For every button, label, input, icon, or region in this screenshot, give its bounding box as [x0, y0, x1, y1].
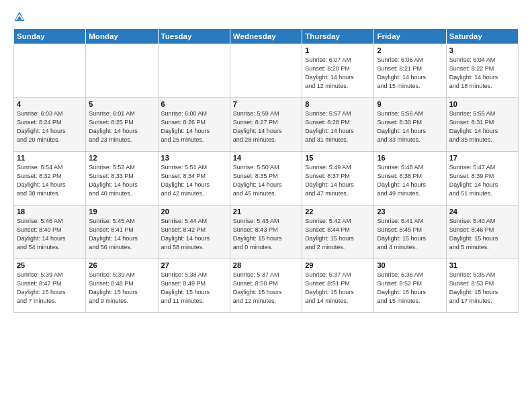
calendar-cell: 4Sunrise: 6:03 AM Sunset: 8:24 PM Daylig… — [14, 98, 86, 152]
day-number: 30 — [377, 261, 443, 269]
header — [13, 11, 519, 23]
day-number: 15 — [305, 154, 371, 162]
calendar-cell: 26Sunrise: 5:39 AM Sunset: 8:48 PM Dayli… — [86, 259, 158, 313]
day-info: Sunrise: 6:00 AM Sunset: 8:26 PM Dayligh… — [161, 109, 227, 144]
calendar-cell: 24Sunrise: 5:40 AM Sunset: 8:46 PM Dayli… — [446, 205, 518, 259]
day-info: Sunrise: 5:36 AM Sunset: 8:52 PM Dayligh… — [377, 271, 443, 306]
day-number: 14 — [233, 154, 299, 162]
calendar-cell: 18Sunrise: 5:46 AM Sunset: 8:40 PM Dayli… — [14, 205, 86, 259]
calendar-cell: 10Sunrise: 5:55 AM Sunset: 8:31 PM Dayli… — [446, 98, 518, 152]
day-number: 7 — [233, 100, 299, 108]
calendar-cell: 7Sunrise: 5:59 AM Sunset: 8:27 PM Daylig… — [230, 98, 302, 152]
day-info: Sunrise: 5:41 AM Sunset: 8:45 PM Dayligh… — [377, 217, 443, 252]
calendar-header-cell: Friday — [374, 29, 446, 44]
day-number: 20 — [161, 208, 227, 216]
day-number: 11 — [17, 154, 83, 162]
day-number: 27 — [161, 261, 227, 269]
day-info: Sunrise: 5:44 AM Sunset: 8:42 PM Dayligh… — [161, 217, 227, 252]
day-info: Sunrise: 5:39 AM Sunset: 8:47 PM Dayligh… — [17, 271, 83, 306]
day-number: 4 — [17, 100, 83, 108]
day-info: Sunrise: 6:03 AM Sunset: 8:24 PM Dayligh… — [17, 109, 83, 144]
day-number: 2 — [377, 46, 443, 54]
calendar-body: 1Sunrise: 6:07 AM Sunset: 8:20 PM Daylig… — [14, 44, 519, 313]
day-number: 3 — [449, 46, 515, 54]
day-info: Sunrise: 5:51 AM Sunset: 8:34 PM Dayligh… — [161, 163, 227, 198]
calendar-cell: 12Sunrise: 5:52 AM Sunset: 8:33 PM Dayli… — [86, 152, 158, 205]
day-info: Sunrise: 5:59 AM Sunset: 8:27 PM Dayligh… — [233, 109, 299, 144]
calendar-cell — [14, 44, 86, 98]
calendar-table: SundayMondayTuesdayWednesdayThursdayFrid… — [13, 28, 519, 313]
logo — [13, 11, 28, 23]
calendar-week-row: 18Sunrise: 5:46 AM Sunset: 8:40 PM Dayli… — [14, 205, 519, 259]
calendar-header-cell: Tuesday — [158, 29, 230, 44]
calendar-cell — [86, 44, 158, 98]
day-number: 23 — [377, 208, 443, 216]
day-number: 16 — [377, 154, 443, 162]
day-info: Sunrise: 5:55 AM Sunset: 8:31 PM Dayligh… — [449, 109, 515, 144]
day-info: Sunrise: 5:43 AM Sunset: 8:43 PM Dayligh… — [233, 217, 299, 252]
day-info: Sunrise: 5:54 AM Sunset: 8:32 PM Dayligh… — [17, 163, 83, 198]
calendar-cell: 27Sunrise: 5:38 AM Sunset: 8:49 PM Dayli… — [158, 259, 230, 313]
calendar-header-cell: Wednesday — [230, 29, 302, 44]
calendar-cell: 3Sunrise: 6:04 AM Sunset: 8:22 PM Daylig… — [446, 44, 518, 98]
calendar-week-row: 25Sunrise: 5:39 AM Sunset: 8:47 PM Dayli… — [14, 259, 519, 313]
day-number: 26 — [89, 261, 154, 269]
day-info: Sunrise: 5:50 AM Sunset: 8:35 PM Dayligh… — [233, 163, 299, 198]
day-info: Sunrise: 5:48 AM Sunset: 8:38 PM Dayligh… — [377, 163, 443, 198]
calendar-cell: 14Sunrise: 5:50 AM Sunset: 8:35 PM Dayli… — [230, 152, 302, 205]
day-info: Sunrise: 5:39 AM Sunset: 8:48 PM Dayligh… — [89, 271, 154, 306]
day-info: Sunrise: 6:01 AM Sunset: 8:25 PM Dayligh… — [89, 109, 154, 144]
day-info: Sunrise: 5:37 AM Sunset: 8:50 PM Dayligh… — [233, 271, 299, 306]
calendar-cell: 5Sunrise: 6:01 AM Sunset: 8:25 PM Daylig… — [86, 98, 158, 152]
calendar-cell: 25Sunrise: 5:39 AM Sunset: 8:47 PM Dayli… — [14, 259, 86, 313]
calendar-week-row: 4Sunrise: 6:03 AM Sunset: 8:24 PM Daylig… — [14, 98, 519, 152]
day-number: 1 — [305, 46, 371, 54]
day-info: Sunrise: 5:45 AM Sunset: 8:41 PM Dayligh… — [89, 217, 154, 252]
day-number: 22 — [305, 208, 371, 216]
day-info: Sunrise: 5:57 AM Sunset: 8:28 PM Dayligh… — [305, 109, 371, 144]
day-number: 28 — [233, 261, 299, 269]
day-info: Sunrise: 5:35 AM Sunset: 8:53 PM Dayligh… — [449, 271, 515, 306]
calendar-header-cell: Monday — [86, 29, 158, 44]
day-number: 6 — [161, 100, 227, 108]
day-number: 31 — [449, 261, 515, 269]
calendar-header-cell: Sunday — [14, 29, 86, 44]
day-number: 18 — [17, 208, 83, 216]
calendar-cell: 2Sunrise: 6:06 AM Sunset: 8:21 PM Daylig… — [374, 44, 446, 98]
day-number: 17 — [449, 154, 515, 162]
day-info: Sunrise: 6:07 AM Sunset: 8:20 PM Dayligh… — [305, 56, 371, 91]
calendar-cell: 6Sunrise: 6:00 AM Sunset: 8:26 PM Daylig… — [158, 98, 230, 152]
day-info: Sunrise: 6:04 AM Sunset: 8:22 PM Dayligh… — [449, 56, 515, 91]
calendar-header-cell: Saturday — [446, 29, 518, 44]
day-info: Sunrise: 5:49 AM Sunset: 8:37 PM Dayligh… — [305, 163, 371, 198]
day-number: 9 — [377, 100, 443, 108]
day-info: Sunrise: 5:38 AM Sunset: 8:49 PM Dayligh… — [161, 271, 227, 306]
day-number: 13 — [161, 154, 227, 162]
calendar-cell: 21Sunrise: 5:43 AM Sunset: 8:43 PM Dayli… — [230, 205, 302, 259]
logo-icon — [13, 11, 26, 23]
calendar-cell: 31Sunrise: 5:35 AM Sunset: 8:53 PM Dayli… — [446, 259, 518, 313]
calendar-cell: 16Sunrise: 5:48 AM Sunset: 8:38 PM Dayli… — [374, 152, 446, 205]
day-info: Sunrise: 5:47 AM Sunset: 8:39 PM Dayligh… — [449, 163, 515, 198]
day-number: 19 — [89, 208, 154, 216]
day-number: 5 — [89, 100, 154, 108]
day-number: 10 — [449, 100, 515, 108]
day-info: Sunrise: 5:52 AM Sunset: 8:33 PM Dayligh… — [89, 163, 154, 198]
calendar-cell — [158, 44, 230, 98]
calendar-cell: 28Sunrise: 5:37 AM Sunset: 8:50 PM Dayli… — [230, 259, 302, 313]
day-number: 8 — [305, 100, 371, 108]
calendar-cell: 9Sunrise: 5:56 AM Sunset: 8:30 PM Daylig… — [374, 98, 446, 152]
day-number: 21 — [233, 208, 299, 216]
calendar-week-row: 1Sunrise: 6:07 AM Sunset: 8:20 PM Daylig… — [14, 44, 519, 98]
day-number: 24 — [449, 208, 515, 216]
calendar-cell: 1Sunrise: 6:07 AM Sunset: 8:20 PM Daylig… — [302, 44, 374, 98]
calendar-cell: 23Sunrise: 5:41 AM Sunset: 8:45 PM Dayli… — [374, 205, 446, 259]
day-number: 25 — [17, 261, 83, 269]
calendar-cell: 8Sunrise: 5:57 AM Sunset: 8:28 PM Daylig… — [302, 98, 374, 152]
calendar-cell: 13Sunrise: 5:51 AM Sunset: 8:34 PM Dayli… — [158, 152, 230, 205]
calendar-cell: 29Sunrise: 5:37 AM Sunset: 8:51 PM Dayli… — [302, 259, 374, 313]
calendar-header-cell: Thursday — [302, 29, 374, 44]
day-info: Sunrise: 5:37 AM Sunset: 8:51 PM Dayligh… — [305, 271, 371, 306]
day-info: Sunrise: 5:56 AM Sunset: 8:30 PM Dayligh… — [377, 109, 443, 144]
day-info: Sunrise: 5:42 AM Sunset: 8:44 PM Dayligh… — [305, 217, 371, 252]
